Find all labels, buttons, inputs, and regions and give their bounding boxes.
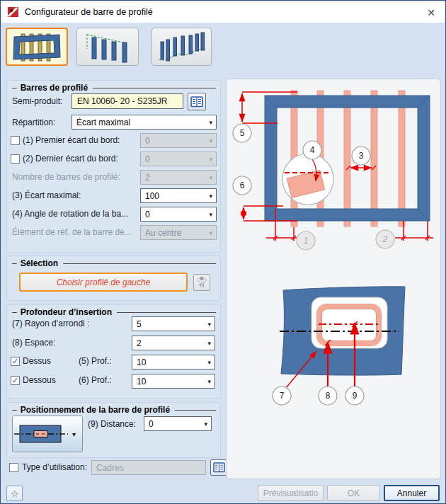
- repartition-select[interactable]: Écart maximal▾: [72, 115, 217, 130]
- bottom-depth-label: (6) Prof.:: [79, 375, 112, 385]
- ok-button: OK: [327, 485, 380, 501]
- group-title-text: Profondeur d’insertion: [21, 307, 112, 317]
- group-selection-title: Sélection: [12, 258, 216, 268]
- first-gap-label: (1) Premier écart du bord:: [23, 135, 120, 145]
- svg-text:9: 9: [353, 391, 358, 401]
- chevron-down-icon: ▾: [209, 229, 212, 236]
- last-gap-label: (2) Dernier écart du bord:: [23, 154, 118, 164]
- distance-label: (9) Distance:: [88, 419, 136, 429]
- insert-reference-icon: +I: [195, 276, 208, 289]
- chevron-down-icon: ▾: [209, 119, 212, 126]
- fillet-radius-select[interactable]: 5▾: [132, 316, 215, 331]
- frame-diagram: [265, 91, 430, 227]
- ok-button-label: OK: [348, 488, 360, 498]
- space-value: 2: [137, 338, 205, 348]
- diagram-callout-5: 5: [233, 124, 251, 142]
- rotation-angle-label: (4) Angle de rotation de la ba...: [12, 209, 128, 219]
- usage-type-checkbox[interactable]: [9, 463, 18, 472]
- reference-element-value: Au centre: [145, 228, 206, 238]
- favorites-button[interactable]: ☆: [6, 486, 23, 501]
- max-gap-value: 100: [145, 191, 206, 201]
- semi-product-field[interactable]: EN 10060- 20 - S235JR: [72, 93, 183, 109]
- chevron-down-icon: ▾: [207, 340, 211, 347]
- svg-text:1: 1: [304, 236, 309, 246]
- semi-product-catalog-button[interactable]: [188, 93, 206, 110]
- distance-value: 0: [149, 419, 201, 429]
- svg-text:7: 7: [280, 391, 285, 401]
- preview-button-label: Prévisualisatio: [263, 488, 318, 498]
- group-insertion-depth-title: Profondeur d’insertion: [12, 307, 216, 317]
- top-depth-select[interactable]: 10▾: [132, 355, 215, 370]
- group-profile-bars-title: Barres de profilé: [12, 83, 216, 93]
- rotation-angle-select[interactable]: 0▾: [140, 207, 217, 222]
- rotation-magnifier: [282, 154, 333, 205]
- bottom-label: Dessous: [23, 375, 56, 385]
- cancel-button[interactable]: Annuler: [384, 485, 440, 501]
- semi-product-value: EN 10060- 20 - S235JR: [77, 96, 167, 106]
- top-checkbox[interactable]: ✓: [11, 357, 20, 366]
- svg-text:3: 3: [359, 151, 364, 161]
- diagram-callout-2: 2: [376, 230, 394, 248]
- diagram-callout-8: 8: [319, 386, 337, 405]
- last-gap-checkbox[interactable]: [11, 154, 20, 164]
- usage-type-catalog-button[interactable]: [210, 459, 227, 476]
- fillet-radius-value: 5: [137, 319, 205, 329]
- top-depth-value: 10: [137, 357, 205, 367]
- pick-reference-button[interactable]: +I: [193, 274, 210, 291]
- svg-text:4: 4: [310, 145, 315, 155]
- preview-panel: 5 6 1: [226, 79, 441, 479]
- chevron-down-icon: ▾: [204, 420, 207, 428]
- first-gap-select: 0▾: [140, 133, 217, 148]
- svg-text:+I: +I: [199, 282, 205, 289]
- group-positioning-title: Positionnement de la barre de profilé: [12, 405, 216, 415]
- toolbar-variant-row-button[interactable]: [76, 28, 139, 66]
- chevron-down-icon: ▾: [207, 321, 211, 328]
- titlebar: Configurateur de barre de profilé ✕: [1, 1, 445, 23]
- profile-bar-configurator-dialog: Configurateur de barre de profilé ✕: [0, 0, 446, 504]
- chevron-down-icon: ▾: [209, 193, 212, 200]
- close-button[interactable]: ✕: [422, 5, 440, 20]
- reference-element-select: Au centre▾: [140, 225, 217, 240]
- bottom-depth-select[interactable]: 10▾: [132, 374, 215, 389]
- bar-count-value: 2: [145, 173, 206, 183]
- rotation-angle-value: 0: [145, 210, 206, 219]
- fillet-radius-label: (7) Rayon d’arrondi :: [12, 319, 89, 328]
- catalog-table-icon: [190, 96, 203, 108]
- repartition-label: Répartition:: [12, 118, 55, 127]
- toolbar-variant-frame-button[interactable]: [6, 28, 68, 66]
- usage-type-field: Cadres: [91, 460, 206, 475]
- chevron-down-icon: ▾: [209, 174, 212, 181]
- group-title-text: Positionnement de la barre de profilé: [21, 405, 170, 415]
- diagram-callout-7: 7: [273, 386, 291, 405]
- usage-type-value: Cadres: [96, 463, 124, 473]
- first-gap-checkbox[interactable]: [11, 136, 20, 145]
- chevron-down-icon: ▾: [209, 156, 212, 163]
- group-title-text: Barres de profilé: [21, 83, 88, 93]
- choose-left-profile-button[interactable]: Choisir profilé de gauche: [19, 273, 188, 292]
- chevron-down-icon: ▾: [209, 137, 212, 144]
- group-title-rule: [175, 410, 216, 411]
- preview-button: Prévisualisatio: [258, 485, 324, 501]
- bar-centered-position-icon: [13, 420, 71, 448]
- position-mode-dropdown[interactable]: ▾: [12, 416, 83, 452]
- diagram-callout-1: 1: [297, 231, 315, 250]
- chevron-down-icon: ▾: [72, 430, 76, 438]
- choose-left-profile-label: Choisir profilé de gauche: [57, 277, 151, 287]
- toolbar-variant-curve-button[interactable]: [151, 28, 212, 66]
- svg-text:8: 8: [326, 391, 331, 401]
- distance-select[interactable]: 0▾: [144, 416, 212, 431]
- space-select[interactable]: 2▾: [132, 336, 215, 350]
- check-icon: ✓: [12, 376, 18, 384]
- first-gap-value: 0: [145, 136, 206, 146]
- max-gap-select[interactable]: 100▾: [140, 188, 217, 203]
- configuration-diagram: 5 6 1: [227, 79, 440, 479]
- bar-count-select: 2▾: [140, 170, 217, 185]
- diagram-callout-6: 6: [233, 176, 251, 195]
- chevron-down-icon: ▾: [209, 211, 212, 218]
- semi-product-label: Semi-produit:: [12, 96, 62, 106]
- bottom-checkbox[interactable]: ✓: [11, 376, 20, 385]
- close-icon: ✕: [427, 7, 435, 18]
- usage-type-label: Type d’utilisation:: [22, 462, 87, 472]
- star-icon: ☆: [11, 488, 19, 499]
- chevron-down-icon: ▾: [207, 359, 211, 366]
